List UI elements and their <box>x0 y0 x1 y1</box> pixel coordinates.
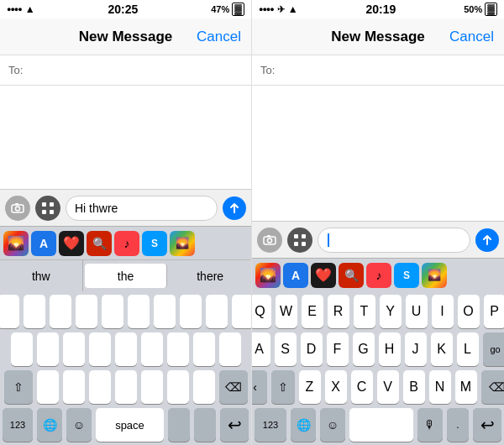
cancel-button-left[interactable]: Cancel <box>197 29 241 45</box>
key-m-right[interactable]: M <box>455 370 477 404</box>
music-app-right[interactable]: ♪ <box>366 263 391 288</box>
key-z-left[interactable]: z <box>37 370 59 404</box>
key-t-right[interactable]: T <box>354 295 375 328</box>
shazam-app-left[interactable]: S <box>142 231 167 256</box>
key-j-right[interactable]: J <box>405 332 427 366</box>
key-f-right[interactable]: F <box>327 332 349 366</box>
message-input-left[interactable]: Hi thwre <box>66 196 218 221</box>
autocorrect-3-left[interactable]: there <box>169 260 251 291</box>
music-app-left[interactable]: ♪ <box>114 231 139 256</box>
key-b-right[interactable]: B <box>403 370 425 404</box>
to-field-right[interactable]: To: <box>252 55 504 86</box>
key-b-left[interactable]: b <box>141 370 163 404</box>
to-field-left[interactable]: To: <box>0 55 251 86</box>
apps-btn-right[interactable] <box>287 228 312 253</box>
key-c-right[interactable]: C <box>351 370 373 404</box>
appstore-app-right[interactable]: A <box>283 263 308 288</box>
key-c-left[interactable]: c <box>89 370 111 404</box>
search-app-left[interactable]: 🔍 <box>87 231 112 256</box>
key-return-left[interactable]: ↩ <box>220 408 249 442</box>
key-delete-left[interactable]: ⌫ <box>219 370 248 404</box>
key-d-left[interactable]: d <box>63 332 85 366</box>
key-r-right[interactable]: R <box>328 295 349 328</box>
key-return-right[interactable]: ↩ <box>473 408 501 442</box>
key-space-left[interactable]: space <box>96 408 164 442</box>
key-mic-right[interactable]: 🎙 <box>417 408 443 442</box>
key-s-right[interactable]: S <box>275 332 297 366</box>
key-d-right[interactable]: D <box>301 332 323 366</box>
key-v-left[interactable]: v <box>115 370 137 404</box>
key-123-left[interactable]: 123 <box>3 408 33 442</box>
key-n-left[interactable]: n <box>167 370 189 404</box>
key-x-left[interactable]: x <box>63 370 85 404</box>
key-shift-left[interactable]: ⇧ <box>4 370 33 404</box>
key-g-right[interactable]: G <box>353 332 375 366</box>
photos-app-right[interactable]: 🌄 <box>255 263 281 288</box>
key-n-right[interactable]: N <box>429 370 451 404</box>
key-v-right[interactable]: V <box>377 370 399 404</box>
key-r-left[interactable]: r <box>76 295 97 328</box>
key-j-left[interactable]: j <box>167 332 189 366</box>
key-emoji-right[interactable]: 🌐 <box>291 408 316 442</box>
key-smiley-left[interactable]: ☺ <box>66 408 92 442</box>
key-go-right[interactable]: go <box>483 332 505 366</box>
key-y-right[interactable]: Y <box>380 295 402 328</box>
key-e-right[interactable]: E <box>302 295 323 328</box>
key-i-right[interactable]: I <box>432 295 454 328</box>
key-k-right[interactable]: K <box>431 332 453 366</box>
key-q-right[interactable]: Q <box>252 295 271 328</box>
appstore-app-left[interactable]: A <box>31 231 56 256</box>
key-y-left[interactable]: y <box>128 295 150 328</box>
gallery-app-right[interactable]: 🌄 <box>422 263 447 288</box>
key-a-left[interactable]: a <box>11 332 33 366</box>
key-w-left[interactable]: w <box>24 295 45 328</box>
key-l-right[interactable]: L <box>457 332 479 366</box>
gallery-app-left[interactable]: 🌄 <box>170 231 195 256</box>
apps-btn-left[interactable] <box>35 196 60 221</box>
key-p-right[interactable]: P <box>484 295 505 328</box>
key-q-left[interactable]: q <box>0 295 19 328</box>
send-button-left[interactable] <box>223 196 246 220</box>
camera-btn-right[interactable] <box>257 228 282 253</box>
key-l-left[interactable]: l <box>219 332 241 366</box>
shazam-app-right[interactable]: S <box>394 263 419 288</box>
key-123-right[interactable]: 123 <box>255 408 286 442</box>
message-input-right[interactable] <box>318 228 470 253</box>
heart-app-right[interactable]: ❤️ <box>311 263 336 288</box>
key-h-left[interactable]: h <box>141 332 163 366</box>
key-emoji-left[interactable]: 🌐 <box>37 408 62 442</box>
autocorrect-1-left[interactable]: thw <box>0 260 83 291</box>
key-p-left[interactable]: p <box>232 295 252 328</box>
key-back-right[interactable]: ‹ <box>252 370 267 404</box>
key-o-right[interactable]: O <box>458 295 480 328</box>
key-z-right[interactable]: Z <box>299 370 321 404</box>
key-i-left[interactable]: i <box>180 295 202 328</box>
key-e-left[interactable]: e <box>50 295 71 328</box>
key-s-left[interactable]: s <box>37 332 59 366</box>
autocorrect-2-left[interactable]: the <box>85 264 168 288</box>
photos-app-left[interactable]: 🌄 <box>3 231 29 256</box>
key-k-left[interactable]: k <box>193 332 215 366</box>
key-backspace-right[interactable]: ⌫ <box>481 370 505 404</box>
key-x-right[interactable]: X <box>325 370 347 404</box>
send-button-right[interactable] <box>475 228 499 252</box>
key-shift-right[interactable]: ⇧ <box>271 370 295 404</box>
key-h-right[interactable]: H <box>379 332 401 366</box>
key-period-left[interactable]: . <box>168 408 190 442</box>
key-t-left[interactable]: t <box>102 295 123 328</box>
key-period-right[interactable]: . <box>447 408 469 442</box>
heart-app-left[interactable]: ❤️ <box>59 231 84 256</box>
camera-btn-left[interactable] <box>5 196 30 221</box>
key-g-left[interactable]: g <box>115 332 137 366</box>
key-f-left[interactable]: f <box>89 332 111 366</box>
key-smiley-right[interactable]: ☺ <box>320 408 345 442</box>
key-u-right[interactable]: U <box>406 295 428 328</box>
key-o-left[interactable]: o <box>206 295 228 328</box>
key-w-right[interactable]: W <box>276 295 297 328</box>
key-comma-left[interactable]: , <box>194 408 216 442</box>
key-a-right[interactable]: A <box>252 332 270 366</box>
key-m-left[interactable]: m <box>193 370 215 404</box>
search-app-right[interactable]: 🔍 <box>339 263 364 288</box>
key-space-right[interactable] <box>349 408 413 442</box>
key-u-left[interactable]: u <box>154 295 176 328</box>
